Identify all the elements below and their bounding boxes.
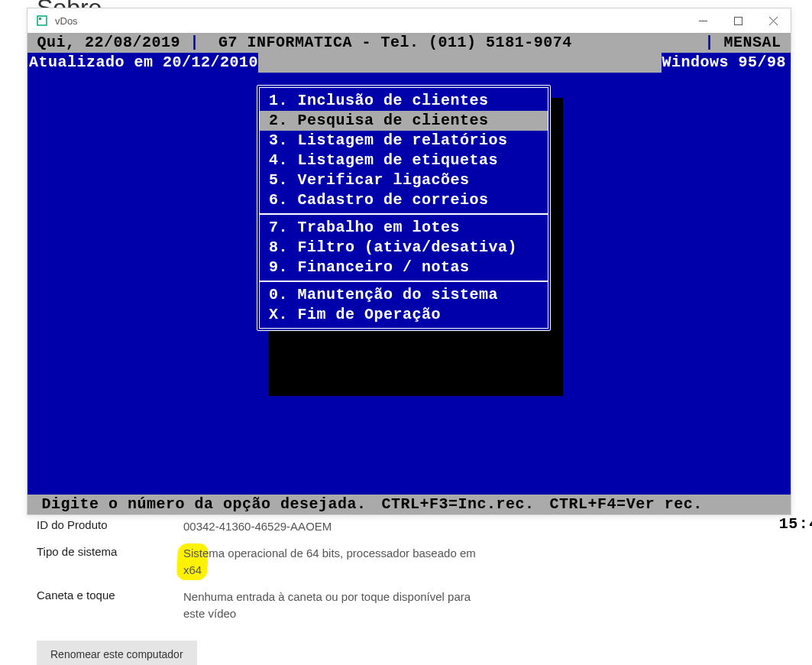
footer-help1: CTRL+F3=Inc.rec.: [382, 495, 535, 514]
app-icon: [35, 14, 49, 28]
system-info: ID do Produto 00342-41360-46529-AAOEM Ti…: [37, 518, 785, 632]
rename-computer-button[interactable]: Renomear este computador: [37, 641, 197, 665]
menu-box: 1. Inclusão de clientes 2. Pesquisa de c…: [257, 85, 551, 331]
window-title: vDos: [55, 15, 78, 27]
menu-item-3[interactable]: 3. Listagem de relatórios: [260, 131, 548, 151]
menu-item-2[interactable]: 2. Pesquisa de clientes: [260, 111, 548, 131]
footer-time: 15:42: [703, 495, 812, 514]
footer-prompt: Digite o número da opção desejada.: [27, 495, 367, 514]
menu-item-0[interactable]: 0. Manutenção do sistema: [260, 285, 548, 305]
svg-rect-3: [734, 17, 742, 24]
menu-divider: [260, 281, 548, 282]
header-company: G7 INFORMATICA - Tel. (011) 5181-9074: [199, 33, 572, 53]
header-date: Qui, 22/08/2019: [27, 33, 190, 53]
window-controls: [685, 8, 791, 33]
dos-screen[interactable]: Qui, 22/08/2019 | G7 INFORMATICA - Tel. …: [27, 33, 791, 514]
menu-item-6[interactable]: 6. Cadastro de correios: [260, 190, 548, 210]
info-row-product-id: ID do Produto 00342-41360-46529-AAOEM: [37, 518, 785, 536]
menu-item-9[interactable]: 9. Financeiro / notas: [260, 258, 548, 277]
menu-item-1[interactable]: 1. Inclusão de clientes: [260, 91, 548, 111]
menu-divider: [260, 213, 548, 215]
header-mode: MENSAL: [714, 33, 791, 53]
update-date: Atualizado em 20/12/2010: [27, 53, 258, 73]
info-value: 00342-41360-46529-AAOEM: [183, 518, 332, 536]
menu-item-7[interactable]: 7. Trabalho em lotes: [260, 218, 548, 238]
info-value: Nenhuma entrada à caneta ou por toque di…: [183, 589, 489, 623]
update-os: Windows 95/98: [662, 53, 791, 73]
info-value: Sistema operacional de 64 bits, processa…: [183, 545, 489, 579]
dos-footer: Digite o número da opção desejada. CTRL+…: [27, 495, 791, 514]
menu-item-8[interactable]: 8. Filtro (ativa/desativa): [260, 238, 548, 258]
dos-header: Qui, 22/08/2019 | G7 INFORMATICA - Tel. …: [27, 33, 791, 53]
info-label: Tipo de sistema: [37, 545, 183, 579]
dos-update-row: Atualizado em 20/12/2010 Windows 95/98: [27, 53, 791, 73]
menu-item-5[interactable]: 5. Verificar ligacões: [260, 170, 548, 190]
svg-rect-1: [39, 18, 41, 20]
maximize-button[interactable]: [720, 8, 755, 33]
menu-item-4[interactable]: 4. Listagem de etiquetas: [260, 151, 548, 170]
info-row-pen-touch: Caneta e toque Nenhuma entrada à caneta …: [37, 589, 785, 623]
footer-help2: CTRL+F4=Ver rec.: [550, 495, 703, 514]
highlighted-text: Sistema operacional de 64 bits, processa…: [183, 547, 476, 577]
menu-item-x[interactable]: X. Fim de Operação: [260, 305, 548, 325]
minimize-button[interactable]: [685, 8, 720, 33]
titlebar[interactable]: vDos: [27, 8, 791, 33]
info-row-system-type: Tipo de sistema Sistema operacional de 6…: [37, 545, 785, 579]
close-button[interactable]: [755, 8, 791, 33]
vdos-window: vDos Qui, 22/08/2019 | G7 INFORMATICA - …: [27, 8, 791, 515]
info-label: Caneta e toque: [37, 589, 183, 623]
svg-rect-0: [37, 16, 47, 25]
info-label: ID do Produto: [37, 518, 183, 536]
